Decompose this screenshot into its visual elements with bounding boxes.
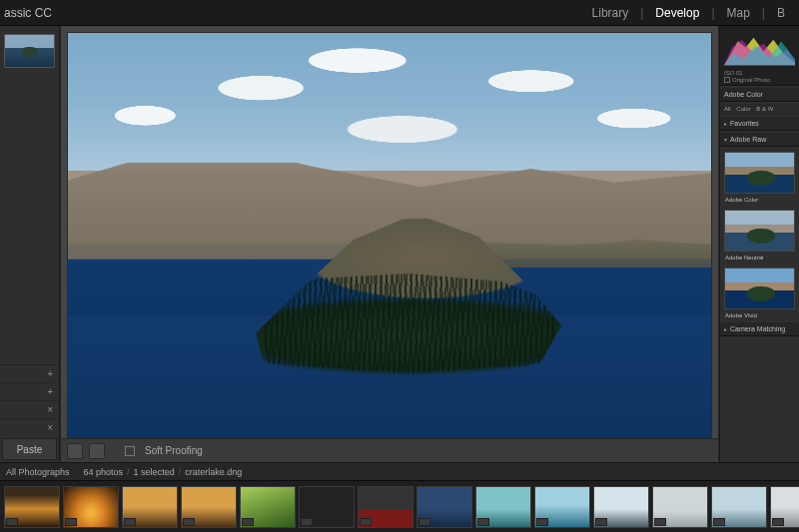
thumb-badge-icon xyxy=(418,518,430,526)
nav-separator: | xyxy=(711,6,714,20)
filmstrip-thumb[interactable] xyxy=(534,486,590,528)
adobe-raw-header[interactable]: ▾ Adobe Raw xyxy=(720,133,799,147)
app-header: assic CC Library | Develop | Map | B xyxy=(0,0,799,26)
right-panel: ISO 01 Original Photo Adobe Color All Co… xyxy=(719,26,799,462)
thumb-badge-icon xyxy=(713,518,725,526)
left-panel-row[interactable]: + xyxy=(0,364,59,382)
camera-matching-header[interactable]: ▸ Camera Matching xyxy=(720,322,799,336)
plus-icon: + xyxy=(47,386,53,397)
filmstrip-thumb[interactable] xyxy=(63,486,119,528)
filmstrip-thumb[interactable] xyxy=(299,486,355,528)
filmstrip-thumb[interactable] xyxy=(122,486,178,528)
nav-map[interactable]: Map xyxy=(719,6,758,20)
filmstrip-thumb[interactable] xyxy=(711,486,767,528)
canvas-area xyxy=(61,26,718,438)
camera-matching-label: Camera Matching xyxy=(730,325,785,332)
original-photo-checkbox[interactable] xyxy=(724,77,730,83)
thumb-badge-icon xyxy=(654,518,666,526)
close-icon: × xyxy=(47,422,53,433)
filter-bw[interactable]: B & W xyxy=(756,106,773,112)
navigator-thumbnail[interactable] xyxy=(4,34,55,68)
original-photo-label: Original Photo xyxy=(732,77,770,83)
left-panel-row[interactable]: × xyxy=(0,400,59,418)
thumb-badge-icon xyxy=(301,518,313,526)
triangle-down-icon: ▾ xyxy=(724,136,727,143)
preset-thumb[interactable] xyxy=(724,152,795,194)
triangle-right-icon: ▸ xyxy=(724,120,727,127)
filmstrip-thumb[interactable] xyxy=(593,486,649,528)
profile-filter-row: All Color B & W xyxy=(720,104,799,115)
adobe-raw-label: Adobe Raw xyxy=(730,136,766,143)
nav-separator: | xyxy=(640,6,643,20)
status-bar: All Photographs 64 photos / 1 selected /… xyxy=(0,462,799,480)
filmstrip-thumb[interactable] xyxy=(652,486,708,528)
thumb-badge-icon xyxy=(124,518,136,526)
filmstrip-thumb[interactable] xyxy=(181,486,237,528)
thumb-badge-icon xyxy=(6,518,18,526)
nav-library[interactable]: Library xyxy=(584,6,637,20)
thumb-badge-icon xyxy=(536,518,548,526)
histogram-panel[interactable]: ISO 01 Original Photo xyxy=(720,26,799,86)
thumb-badge-icon xyxy=(65,518,77,526)
nav-develop[interactable]: Develop xyxy=(647,6,707,20)
close-icon: × xyxy=(47,404,53,415)
photo-sky xyxy=(68,33,711,171)
preset-label: Adobe Vivid xyxy=(720,311,799,320)
loupe-toolbar: Soft Proofing xyxy=(61,438,718,462)
filmstrip-thumb[interactable] xyxy=(240,486,296,528)
filmstrip-thumb[interactable] xyxy=(770,486,799,528)
thumb-badge-icon xyxy=(595,518,607,526)
profile-name: Adobe Color xyxy=(724,91,763,98)
favorites-header[interactable]: ▸ Favorites xyxy=(720,117,799,131)
favorites-label: Favorites xyxy=(730,120,759,127)
before-after-icon[interactable] xyxy=(89,443,105,459)
iso-label: ISO 01 xyxy=(724,70,743,76)
current-filename: craterlake.dng xyxy=(185,467,242,477)
photo-count: 64 photos xyxy=(84,467,124,477)
loupe-view-icon[interactable] xyxy=(67,443,83,459)
nav-separator: | xyxy=(762,6,765,20)
thumb-badge-icon xyxy=(772,518,784,526)
filter-color[interactable]: Color xyxy=(736,106,750,112)
plus-icon: + xyxy=(47,368,53,379)
main-area: + + × × Paste Soft Proofing xyxy=(0,26,799,462)
module-nav: Library | Develop | Map | B xyxy=(584,6,793,20)
app-title: assic CC xyxy=(0,6,52,20)
thumb-badge-icon xyxy=(242,518,254,526)
profile-header[interactable]: Adobe Color xyxy=(720,88,799,102)
paste-button[interactable]: Paste xyxy=(2,438,57,460)
preset-label: Adobe Neutral xyxy=(720,254,799,263)
main-photo[interactable] xyxy=(67,32,712,438)
center-panel: Soft Proofing xyxy=(60,26,719,462)
preset-thumb[interactable] xyxy=(724,210,795,252)
soft-proofing-label: Soft Proofing xyxy=(145,445,203,456)
left-panel-row[interactable]: + xyxy=(0,382,59,400)
preset-thumb[interactable] xyxy=(724,267,795,309)
filmstrip-thumb[interactable] xyxy=(475,486,531,528)
left-panel-row[interactable]: × xyxy=(0,418,59,436)
filmstrip[interactable] xyxy=(0,480,799,532)
nav-book[interactable]: B xyxy=(769,6,793,20)
preset-label: Adobe Color xyxy=(720,196,799,205)
thumb-badge-icon xyxy=(183,518,195,526)
triangle-right-icon: ▸ xyxy=(724,325,727,332)
filmstrip-thumb[interactable] xyxy=(4,486,60,528)
histogram-chart xyxy=(724,30,795,69)
collection-name[interactable]: All Photographs xyxy=(6,467,70,477)
thumb-badge-icon xyxy=(360,518,372,526)
left-panel: + + × × Paste xyxy=(0,26,60,462)
selection-count: 1 selected xyxy=(134,467,175,477)
filmstrip-thumb[interactable] xyxy=(358,486,413,528)
filter-all[interactable]: All xyxy=(724,106,731,112)
soft-proofing-checkbox[interactable] xyxy=(125,446,135,456)
filmstrip-thumb[interactable] xyxy=(416,486,472,528)
thumb-badge-icon xyxy=(477,518,489,526)
